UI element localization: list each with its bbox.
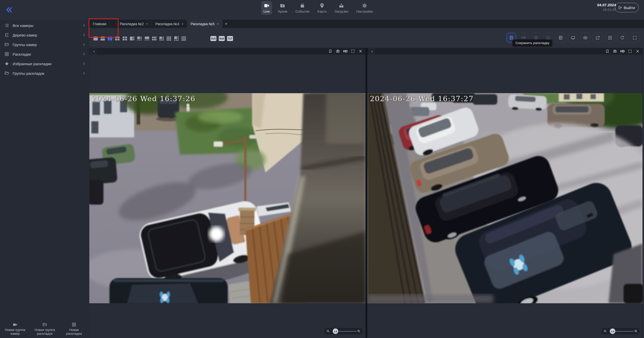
layout-1big-4x4-icon[interactable] bbox=[174, 36, 179, 41]
sidebar-item-favorite-layouts[interactable]: Избранные раскладки bbox=[0, 59, 89, 68]
nav-live[interactable]: Live bbox=[261, 1, 272, 15]
layout-1big-5small-icon[interactable] bbox=[137, 36, 142, 41]
zoom-in-icon[interactable] bbox=[357, 329, 361, 333]
hd-toggle[interactable]: HD bbox=[343, 50, 348, 53]
fullscreen-button[interactable] bbox=[630, 33, 639, 43]
zoom-in-icon[interactable] bbox=[634, 329, 638, 333]
zoom-slider-handle[interactable]: 1.0 bbox=[610, 328, 615, 334]
nav-label: Карта bbox=[317, 10, 326, 13]
list-icon bbox=[4, 23, 9, 28]
tab-close-icon[interactable]: × bbox=[217, 22, 219, 26]
close-icon[interactable] bbox=[358, 49, 363, 53]
refresh-button[interactable] bbox=[617, 33, 627, 43]
monitor-button[interactable] bbox=[568, 33, 578, 43]
zoom-slider-handle[interactable]: 1.0 bbox=[333, 328, 338, 334]
sidebar: Все камеры Дерево камер Группы камер Рас… bbox=[0, 20, 89, 338]
new-camera-group-button[interactable]: Новая группакамер bbox=[1, 322, 29, 335]
view-mode-button[interactable] bbox=[580, 33, 590, 43]
logout-button[interactable]: Выйти bbox=[615, 3, 639, 12]
camera-image bbox=[367, 93, 642, 303]
nav-map[interactable]: Карта bbox=[315, 1, 329, 15]
folder-open-icon bbox=[4, 71, 9, 76]
new-layout-group-button[interactable]: Новая группараскладок bbox=[31, 322, 59, 335]
grid-icon bbox=[4, 52, 9, 57]
shrink-button[interactable] bbox=[605, 33, 615, 43]
layout-5x5-button[interactable]: 5x5 bbox=[210, 36, 216, 41]
camera-feed-yard[interactable]: 2024-06-26 Wed 16:37:26 bbox=[89, 93, 365, 303]
monitor-icon bbox=[571, 35, 576, 40]
tab-layout-5[interactable]: Раскладка №5× bbox=[187, 20, 222, 28]
tab-glavnaya[interactable]: Главная bbox=[89, 20, 116, 28]
nav-label: Настройки bbox=[356, 10, 373, 13]
chevron-right-icon bbox=[82, 71, 86, 75]
video-tile-2: HD bbox=[367, 48, 642, 338]
zoom-out-icon[interactable] bbox=[326, 329, 330, 333]
sidebar-item-all-cameras[interactable]: Все камеры bbox=[0, 21, 89, 30]
event-log-button[interactable] bbox=[556, 33, 565, 43]
download-icon bbox=[338, 3, 344, 9]
button-label-line2: камер bbox=[11, 332, 20, 335]
nav-downloads[interactable]: Загрузки bbox=[332, 1, 350, 15]
video-tile-1: HD bbox=[89, 48, 365, 338]
layout-6x6-button[interactable]: 6x6 bbox=[219, 36, 225, 41]
tile-divider bbox=[365, 48, 367, 338]
layout-1x1-icon[interactable] bbox=[93, 36, 98, 41]
tab-close-icon[interactable]: × bbox=[146, 22, 148, 26]
tile-drag-handle[interactable] bbox=[369, 49, 374, 54]
button-label-line1: Новая bbox=[69, 328, 79, 332]
zoom-out-icon[interactable] bbox=[603, 329, 607, 333]
folder-play-icon bbox=[280, 3, 285, 9]
current-time: 18:21:37 bbox=[597, 8, 616, 12]
layout-7x7-button[interactable]: 7x7 bbox=[227, 36, 233, 41]
nav-settings[interactable]: Настройки bbox=[354, 1, 375, 15]
layout-1big-2right-icon[interactable] bbox=[129, 36, 135, 41]
button-label-line1: Новая группа bbox=[35, 328, 55, 332]
clock: 04.07.2024 18:21:37 bbox=[597, 3, 616, 12]
tile-drag-handle[interactable] bbox=[91, 49, 96, 54]
sidebar-item-label: Раскладки bbox=[13, 52, 82, 56]
bookmark-icon[interactable] bbox=[328, 49, 332, 53]
tab-label: Раскладка №3 bbox=[155, 22, 179, 26]
right-edge-strip bbox=[642, 48, 644, 338]
sidebar-item-layouts[interactable]: Раскладки bbox=[0, 49, 89, 59]
layout-2cols-icon[interactable] bbox=[107, 36, 113, 41]
layout-1big-3x3-icon[interactable] bbox=[159, 36, 164, 41]
hd-toggle[interactable]: HD bbox=[620, 50, 625, 53]
collapse-sidebar-icon[interactable] bbox=[5, 6, 13, 14]
layout-2rows-icon[interactable] bbox=[100, 36, 105, 41]
grid-icon bbox=[71, 322, 77, 327]
tile-tools: HD bbox=[328, 49, 365, 53]
camera-icon[interactable] bbox=[613, 49, 617, 53]
zoom-control: 1.0 bbox=[324, 328, 363, 334]
layout-2x2-icon[interactable] bbox=[122, 36, 128, 41]
export-button[interactable] bbox=[593, 33, 602, 43]
layout-4x4-icon[interactable] bbox=[181, 36, 186, 41]
expand-icon[interactable] bbox=[628, 49, 632, 53]
sidebar-item-camera-groups[interactable]: Группы камер bbox=[0, 40, 89, 49]
bookmark-icon[interactable] bbox=[605, 49, 610, 53]
sidebar-item-layout-groups[interactable]: Группы раскладок bbox=[0, 68, 89, 78]
tab-close-icon[interactable]: × bbox=[181, 22, 183, 26]
camera-icon[interactable] bbox=[336, 49, 340, 53]
new-layout-button[interactable]: Новаяраскладка bbox=[60, 322, 88, 335]
sidebar-item-label: Избранные раскладки bbox=[13, 62, 82, 66]
layout-3x3-icon[interactable] bbox=[166, 36, 172, 41]
add-tab-button[interactable]: + bbox=[222, 20, 230, 28]
nav-events[interactable]: События bbox=[293, 1, 312, 15]
expand-icon[interactable] bbox=[351, 49, 355, 53]
tab-layout-2[interactable]: Раскладка №2× bbox=[116, 20, 151, 28]
tab-label: Раскладка №5 bbox=[191, 22, 214, 26]
layout-1plus2-icon[interactable] bbox=[115, 36, 120, 41]
tile-header: HD bbox=[367, 48, 642, 55]
layout-1wide-4small-icon[interactable] bbox=[144, 36, 150, 41]
top-bar: Live Архив События Карта Загрузки Настро… bbox=[0, 0, 644, 20]
nav-archive[interactable]: Архив bbox=[276, 1, 290, 15]
sidebar-item-camera-tree[interactable]: Дерево камер bbox=[0, 30, 89, 40]
layout-3x2-icon[interactable] bbox=[151, 36, 157, 41]
tab-layout-3[interactable]: Раскладка №3× bbox=[152, 20, 187, 28]
zoom-slider-track[interactable] bbox=[613, 331, 634, 332]
close-icon[interactable] bbox=[635, 49, 640, 53]
nav-label: События bbox=[295, 10, 310, 13]
camera-feed-parking[interactable]: 2024-06-26 Wed 16:37:27 bbox=[367, 93, 642, 303]
zoom-slider-track[interactable] bbox=[335, 331, 357, 332]
